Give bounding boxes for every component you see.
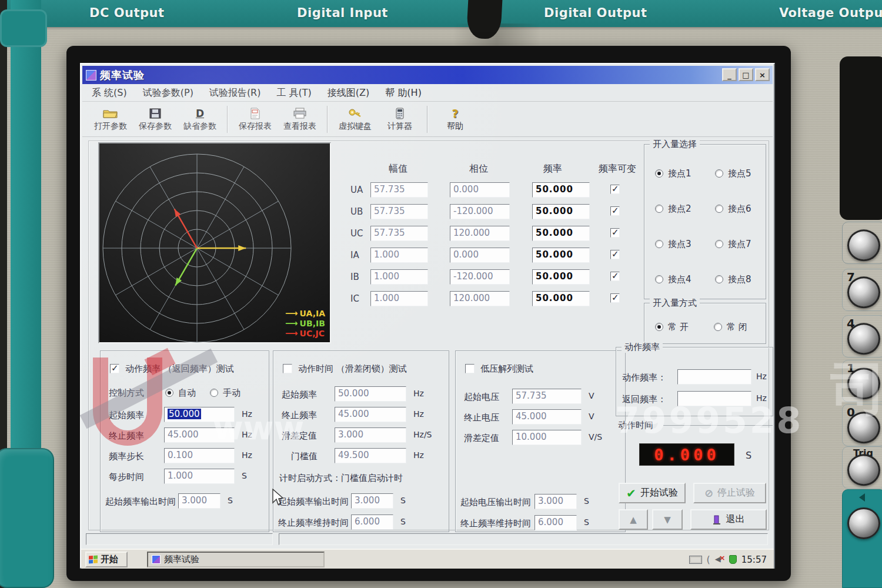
help-icon: ? bbox=[452, 107, 458, 120]
uc-frequency-field[interactable]: 50.000 bbox=[532, 226, 590, 241]
start-test-button[interactable]: ✔ 开始试验 bbox=[619, 483, 686, 503]
action-freq-checkbox[interactable] bbox=[110, 364, 119, 373]
action-time-checkbox[interactable] bbox=[283, 364, 292, 373]
ic-phase-field[interactable]: 120.000 bbox=[450, 291, 510, 306]
lv-start-output-time-field[interactable]: 3.000 bbox=[534, 494, 577, 509]
start-freq-field[interactable]: 50.000 bbox=[164, 407, 235, 422]
slip-setting-field[interactable]: 3.000 bbox=[335, 427, 406, 443]
start-freq-output-time-field[interactable]: 3.000 bbox=[178, 493, 220, 509]
ia-frequency-field[interactable]: 50.000 bbox=[532, 248, 590, 263]
freq-step-label: 频率步长 bbox=[109, 451, 144, 462]
radio-contact-6[interactable] bbox=[715, 205, 723, 213]
result-action-freq-field[interactable] bbox=[677, 369, 751, 385]
at-end-freq-label: 终止频率 bbox=[282, 410, 317, 421]
toolbar-button-default-d[interactable]: D缺省参数 bbox=[178, 103, 222, 135]
toolbar-label: 帮助 bbox=[447, 121, 463, 132]
knob-6[interactable] bbox=[847, 507, 880, 539]
ia-freq-variable-checkbox[interactable] bbox=[610, 250, 620, 259]
ic-freq-variable-checkbox[interactable] bbox=[610, 293, 620, 303]
radio-contact-5[interactable] bbox=[715, 169, 723, 178]
ua-frequency-field[interactable]: 50.000 bbox=[532, 182, 590, 198]
ub-amplitude-field[interactable]: 57.735 bbox=[370, 204, 428, 219]
uc-freq-variable-checkbox[interactable] bbox=[610, 228, 620, 238]
ub-phase-field[interactable]: -120.000 bbox=[450, 204, 510, 219]
ib-frequency-field[interactable]: 50.000 bbox=[532, 269, 590, 285]
radio-contact-8[interactable] bbox=[715, 275, 723, 283]
menu-item-3[interactable]: 工 具(T) bbox=[276, 87, 311, 99]
toolbar-button-save-floppy[interactable]: 保存参数 bbox=[133, 103, 178, 135]
menu-item-5[interactable]: 帮 助(H) bbox=[385, 87, 422, 99]
radio-contact-1[interactable] bbox=[655, 169, 663, 178]
radio-contact-2[interactable] bbox=[655, 205, 663, 213]
step-down-button[interactable]: ▼ bbox=[652, 509, 683, 530]
ib-amplitude-field[interactable]: 1.000 bbox=[370, 269, 428, 285]
keyboard-icon[interactable] bbox=[689, 556, 702, 564]
at-start-freq-field[interactable]: 50.000 bbox=[335, 386, 406, 402]
threshold-field[interactable]: 49.500 bbox=[335, 448, 406, 463]
title-bar[interactable]: 频率试验 _ □ × bbox=[82, 66, 773, 84]
knob-0[interactable] bbox=[847, 229, 880, 261]
uc-phase-field[interactable]: 120.000 bbox=[450, 226, 510, 241]
at-start-output-time-field[interactable]: 3.000 bbox=[351, 493, 393, 509]
at-end-freq-field[interactable]: 45.000 bbox=[335, 407, 406, 422]
menu-item-4[interactable]: 接线图(Z) bbox=[328, 87, 369, 99]
uc-amplitude-field[interactable]: 57.735 bbox=[370, 226, 428, 241]
ub-freq-variable-checkbox[interactable] bbox=[610, 206, 620, 216]
ua-freq-variable-checkbox[interactable] bbox=[610, 185, 620, 194]
toolbar-button-help[interactable]: ?帮助 bbox=[433, 103, 477, 135]
freq-step-field[interactable]: 0.100 bbox=[164, 448, 235, 463]
at-end-hold-time-field[interactable]: 6.000 bbox=[351, 514, 393, 530]
knob-0[interactable] bbox=[847, 412, 880, 443]
radio-normally-open[interactable] bbox=[655, 323, 663, 331]
ic-amplitude-field[interactable]: 1.000 bbox=[370, 291, 428, 306]
close-button[interactable]: × bbox=[755, 68, 770, 81]
radio-manual[interactable] bbox=[210, 389, 218, 397]
menu-item-2[interactable]: 试验报告(R) bbox=[209, 87, 261, 99]
maximize-button[interactable]: □ bbox=[739, 68, 753, 81]
minimize-button[interactable]: _ bbox=[722, 68, 737, 81]
radio-contact-4[interactable] bbox=[655, 275, 663, 283]
exit-button[interactable]: 退出 bbox=[690, 509, 767, 530]
start-voltage-field[interactable]: 57.735 bbox=[512, 389, 582, 404]
radio-normally-closed[interactable] bbox=[714, 323, 722, 331]
ib-freq-variable-checkbox[interactable] bbox=[610, 272, 620, 281]
clock[interactable]: 15:57 bbox=[741, 554, 767, 565]
lv-slip-setting-field[interactable]: 10.000 bbox=[512, 430, 582, 445]
toolbar-button-open-folder[interactable]: 打开参数 bbox=[88, 103, 133, 135]
ua-amplitude-field[interactable]: 57.735 bbox=[370, 182, 428, 198]
toolbar-separator bbox=[227, 106, 228, 133]
toolbar-button-print-report[interactable]: 查看报表 bbox=[278, 103, 322, 135]
ua-phase-field[interactable]: 0.000 bbox=[450, 182, 510, 198]
toolbar-button-save-report[interactable]: 保存报表 bbox=[233, 103, 278, 135]
toolbar-button-calculator[interactable]: 计算器 bbox=[377, 103, 422, 135]
legend-arrow-icon: ⟶ bbox=[285, 309, 298, 319]
low-voltage-checkbox[interactable] bbox=[465, 364, 475, 373]
end-freq-field[interactable]: 45.000 bbox=[164, 427, 235, 443]
row-label-UC: UC bbox=[350, 228, 368, 239]
menu-item-1[interactable]: 试验参数(P) bbox=[143, 87, 193, 99]
knob-1[interactable] bbox=[847, 368, 880, 399]
toolbar-button-virtual-keyboard[interactable]: 虚拟键盘 bbox=[333, 103, 377, 135]
ia-phase-field[interactable]: 0.000 bbox=[450, 248, 510, 263]
menu-item-0[interactable]: 系 统(S) bbox=[92, 87, 127, 99]
ia-amplitude-field[interactable]: 1.000 bbox=[370, 248, 428, 263]
radio-contact-7[interactable] bbox=[715, 240, 723, 248]
ic-frequency-field[interactable]: 50.000 bbox=[532, 291, 590, 306]
speaker-muted-icon[interactable] bbox=[715, 556, 724, 564]
taskbar-task-button[interactable]: 频率试验 bbox=[147, 552, 325, 567]
step-time-field[interactable]: 1.000 bbox=[164, 469, 235, 484]
start-menu-button[interactable]: 开始 bbox=[85, 552, 128, 567]
ib-phase-field[interactable]: -120.000 bbox=[450, 269, 510, 285]
radio-auto[interactable] bbox=[165, 389, 173, 397]
radio-contact-3[interactable] bbox=[655, 240, 663, 248]
end-voltage-field[interactable]: 45.000 bbox=[512, 409, 582, 425]
step-up-button[interactable]: ▲ bbox=[619, 509, 648, 530]
knob-Trig[interactable] bbox=[847, 454, 880, 486]
antivirus-icon[interactable] bbox=[729, 555, 737, 564]
knob-7[interactable] bbox=[847, 276, 880, 308]
ub-frequency-field[interactable]: 50.000 bbox=[532, 204, 590, 219]
result-return-freq-field[interactable] bbox=[677, 391, 751, 406]
lv-end-hold-time-field[interactable]: 6.000 bbox=[534, 515, 577, 530]
stop-test-button[interactable]: ⊘ 停止试验 bbox=[693, 483, 766, 503]
knob-4[interactable] bbox=[847, 323, 880, 355]
